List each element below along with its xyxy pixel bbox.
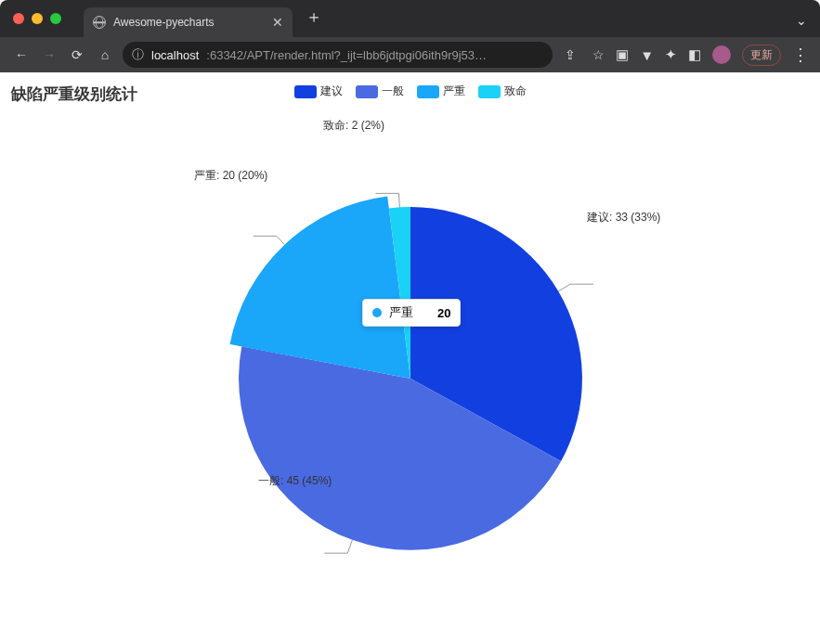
minimize-window-icon[interactable] <box>32 13 43 24</box>
pie-slices <box>229 197 581 550</box>
window-titlebar: Awesome-pyecharts ✕ ＋ ⌄ <box>0 0 820 37</box>
legend-label: 严重 <box>443 84 465 99</box>
legend-item[interactable]: 一般 <box>356 84 404 99</box>
pie-chart <box>215 184 605 573</box>
tooltip-value: 20 <box>437 306 450 320</box>
slice-label: 严重: 20 (20%) <box>194 168 267 184</box>
back-icon[interactable]: ← <box>11 45 32 65</box>
tooltip-dot-icon <box>372 308 382 317</box>
panel-icon[interactable]: ◧ <box>688 46 701 63</box>
legend-swatch <box>417 85 439 98</box>
legend-item[interactable]: 严重 <box>417 84 465 99</box>
globe-icon <box>93 16 106 29</box>
bookmark-icon[interactable]: ☆ <box>588 45 608 65</box>
legend-label: 一般 <box>382 84 404 99</box>
extensions-icon[interactable]: ✦ <box>665 46 677 63</box>
slice-label: 致命: 2 (2%) <box>323 118 384 134</box>
extension-icon[interactable]: ▣ <box>616 46 629 63</box>
share-icon[interactable]: ⇪ <box>560 45 580 65</box>
legend-swatch <box>294 85 317 98</box>
legend-swatch <box>478 85 501 98</box>
chart-title: 缺陷严重级别统计 <box>11 84 137 105</box>
traffic-lights <box>13 13 61 24</box>
close-window-icon[interactable] <box>13 13 24 24</box>
profile-avatar[interactable] <box>712 45 731 64</box>
new-tab-icon[interactable]: ＋ <box>306 6 322 28</box>
legend: 建议 一般 严重 致命 <box>294 84 527 99</box>
tab-title: Awesome-pyecharts <box>113 16 215 29</box>
legend-swatch <box>356 85 378 98</box>
toolbar-right: ▣ ▼ ✦ ◧ 更新 ⋮ <box>616 45 809 66</box>
slice-label: 一般: 45 (45%) <box>258 473 332 489</box>
browser-tab[interactable]: Awesome-pyecharts ✕ <box>84 7 293 37</box>
tooltip-name: 严重 <box>389 304 413 321</box>
url-host: localhost <box>151 48 199 62</box>
forward-icon[interactable]: → <box>39 45 59 65</box>
legend-item[interactable]: 致命 <box>478 84 527 99</box>
slice-label: 建议: 33 (33%) <box>587 210 660 225</box>
chart-tooltip: 严重 20 <box>362 299 461 327</box>
chart-container: 缺陷严重级别统计 建议 一般 严重 致命 <box>0 72 820 644</box>
home-icon[interactable]: ⌂ <box>95 45 115 65</box>
extension-icon[interactable]: ▼ <box>640 47 654 63</box>
reload-icon[interactable]: ⟳ <box>67 45 87 65</box>
info-icon[interactable]: ⓘ <box>132 46 144 63</box>
chevron-down-icon[interactable]: ⌄ <box>796 13 807 28</box>
url-rest: :63342/APT/render.html?_ijt=lbb6jdtpgi06… <box>206 48 487 62</box>
menu-icon[interactable]: ⋮ <box>792 45 809 65</box>
address-bar[interactable]: ⓘ localhost:63342/APT/render.html?_ijt=l… <box>123 42 553 68</box>
update-button[interactable]: 更新 <box>742 45 781 66</box>
legend-label: 致命 <box>504 84 527 99</box>
maximize-window-icon[interactable] <box>50 13 61 24</box>
toolbar: ← → ⟳ ⌂ ⓘ localhost:63342/APT/render.htm… <box>0 37 820 72</box>
legend-item[interactable]: 建议 <box>294 84 343 99</box>
close-tab-icon[interactable]: ✕ <box>272 15 283 30</box>
legend-label: 建议 <box>320 84 343 99</box>
